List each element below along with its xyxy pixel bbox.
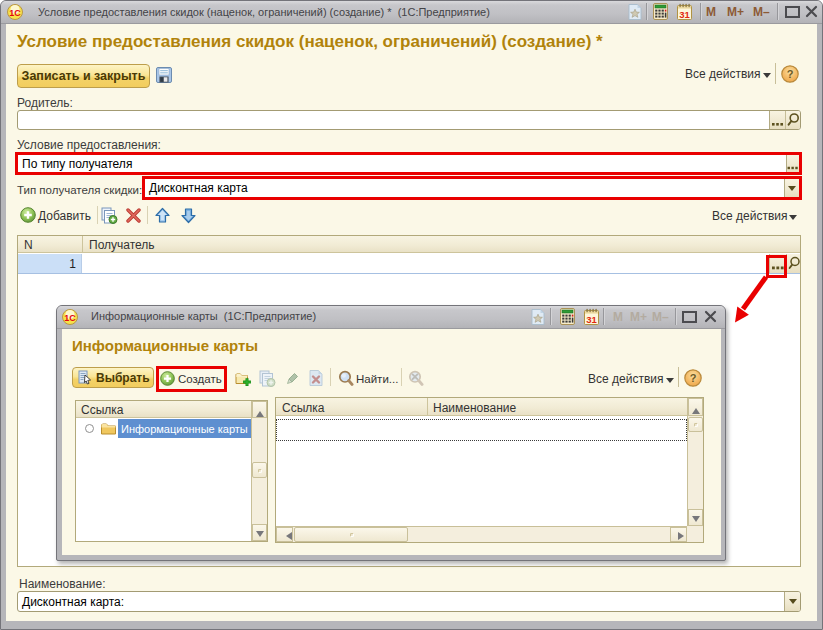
svg-text:1С: 1С: [9, 8, 21, 18]
svg-text:31: 31: [679, 9, 690, 20]
svg-text:?: ?: [787, 68, 794, 80]
